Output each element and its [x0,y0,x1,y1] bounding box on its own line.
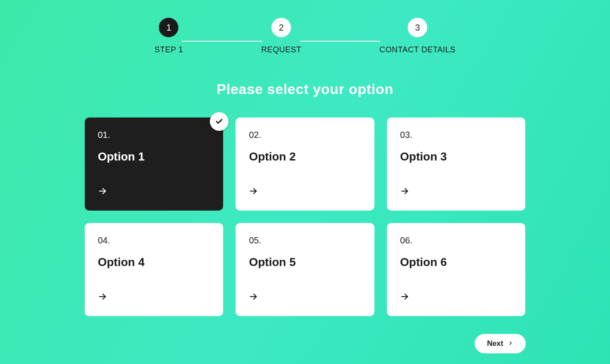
arrow-right-icon [249,187,361,197]
option-title: Option 1 [98,150,210,164]
arrow-right-icon [249,292,361,303]
step-label: STEP 1 [154,45,183,55]
option-card-6[interactable]: 06. Option 6 [387,223,526,316]
page-heading: Please select your option [41,81,569,98]
arrow-right-icon [400,187,512,197]
option-card-5[interactable]: 05. Option 5 [236,223,374,316]
option-number: 02. [249,130,361,140]
step-3[interactable]: 3 CONTACT DETAILS [379,18,456,55]
arrow-right-icon [98,187,210,197]
step-circle: 3 [408,18,427,37]
step-2[interactable]: 2 REQUEST [261,18,302,55]
option-number: 01. [98,130,210,140]
option-title: Option 4 [98,255,210,269]
option-card-3[interactable]: 03. Option 3 [387,117,526,211]
step-1[interactable]: 1 STEP 1 [154,18,183,55]
arrow-right-icon [98,292,210,303]
option-card-1[interactable]: 01. Option 1 [85,117,224,211]
step-circle: 2 [272,18,291,37]
option-title: Option 5 [249,255,361,269]
option-card-2[interactable]: 02. Option 2 [236,117,374,211]
option-title: Option 2 [249,150,361,164]
option-number: 04. [98,235,210,246]
option-title: Option 3 [400,150,512,164]
stepper: 1 STEP 1 2 REQUEST 3 CONTACT DETAILS [41,18,569,55]
options-grid: 01. Option 1 02. Option 2 03. Option 3 [41,117,569,316]
option-number: 03. [400,130,512,140]
step-label: REQUEST [261,45,302,55]
step-label: CONTACT DETAILS [379,45,456,55]
check-icon [210,112,228,131]
step-line [182,41,262,42]
option-title: Option 6 [400,255,512,269]
chevron-right-icon [508,339,513,348]
arrow-right-icon [400,292,512,303]
next-button-label: Next [487,339,504,348]
option-number: 06. [400,235,512,246]
option-number: 05. [249,235,361,246]
option-card-4[interactable]: 04. Option 4 [85,223,224,316]
step-circle: 1 [159,18,178,37]
step-line [300,41,380,42]
next-button[interactable]: Next [475,334,526,353]
